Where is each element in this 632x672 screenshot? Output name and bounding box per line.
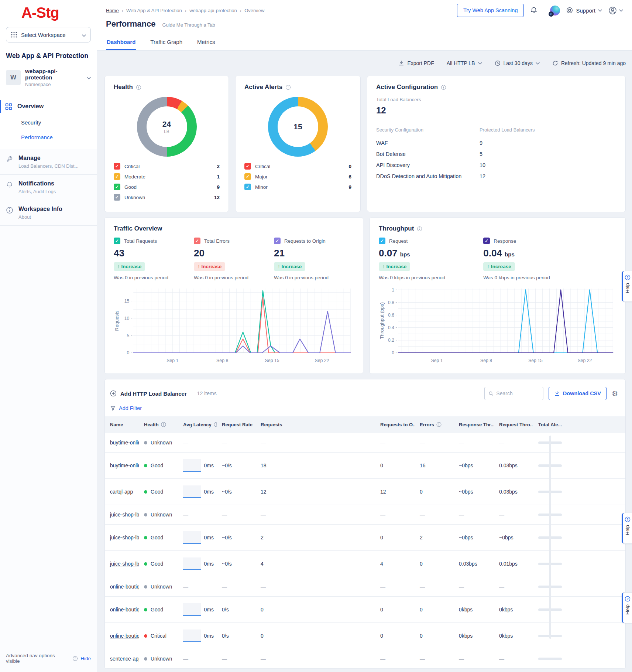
- help-tab[interactable]: ? Help: [622, 271, 632, 302]
- avg-latency-cell: 0ms: [178, 525, 217, 551]
- breadcrumb-item[interactable]: Home: [106, 8, 119, 13]
- legend-checkbox[interactable]: ✓: [114, 194, 120, 201]
- info-icon[interactable]: [417, 226, 422, 232]
- latency-sparkline[interactable]: [183, 557, 201, 570]
- column-header-request-rate[interactable]: Request Rate: [217, 416, 255, 433]
- main-area: Home›Web App & API Protection›webapp-api…: [97, 0, 632, 672]
- info-icon[interactable]: [285, 85, 291, 90]
- sidebar-item-security[interactable]: Security: [0, 115, 97, 130]
- legend-checkbox[interactable]: ✓: [114, 184, 120, 190]
- trend-badge: ↑ Increase: [379, 262, 410, 271]
- info-icon[interactable]: [161, 422, 166, 427]
- lb-filter-dropdown[interactable]: All HTTP LB: [447, 60, 482, 66]
- legend-checkbox[interactable]: ✓: [244, 163, 251, 170]
- info-icon[interactable]: [214, 422, 217, 427]
- lb-name-link[interactable]: buytime-onlin...: [110, 440, 139, 446]
- latency-sparkline[interactable]: [183, 603, 201, 616]
- lb-name-link[interactable]: online-boutiqu...: [110, 633, 139, 639]
- column-header-requests-to-o-[interactable]: Requests to O...: [375, 416, 415, 433]
- lb-name-link[interactable]: juice-shop-lb-1: [110, 512, 139, 518]
- time-range-dropdown[interactable]: Last 30 days: [495, 60, 540, 66]
- column-header-requests[interactable]: Requests: [255, 416, 375, 433]
- stat-checkbox[interactable]: ✓: [194, 238, 200, 244]
- chevron-down-icon: [87, 74, 91, 81]
- column-header-total-ale-[interactable]: Total Ale...: [533, 416, 626, 433]
- stat-checkbox[interactable]: ✓: [114, 238, 120, 244]
- export-pdf-button[interactable]: Export PDF: [398, 60, 434, 66]
- requests-cell: 0: [255, 597, 375, 623]
- section-sublabel: Load Balancers, CDN Dist...: [18, 163, 79, 169]
- trend-badge: ↑ Increase: [483, 262, 515, 271]
- total-alerts-cell: [533, 551, 626, 577]
- column-header-name[interactable]: Name: [105, 416, 139, 433]
- sidebar-item-notifications[interactable]: Notifications Alerts, Audit Logs: [0, 175, 97, 200]
- active-configuration-card: Active Configuration Total Load Balancer…: [367, 76, 626, 212]
- hide-nav-link[interactable]: Hide: [80, 656, 91, 661]
- stat-checkbox[interactable]: ✓: [483, 238, 490, 244]
- tab-metrics[interactable]: Metrics: [196, 33, 216, 50]
- bell-icon[interactable]: [530, 6, 538, 14]
- legend-checkbox[interactable]: ✓: [114, 163, 120, 170]
- lb-name-link[interactable]: juice-shop-lb-2: [110, 535, 139, 540]
- legend-checkbox[interactable]: ✓: [244, 184, 251, 190]
- health-cell: Unknown: [139, 433, 178, 453]
- column-header-request-thro-[interactable]: Request Thro...: [494, 416, 533, 433]
- search-input[interactable]: [496, 390, 539, 396]
- tab-dashboard[interactable]: Dashboard: [106, 33, 136, 50]
- table-scrollbar[interactable]: [549, 436, 551, 639]
- breadcrumb-item[interactable]: Web App & API Protection: [126, 8, 182, 13]
- column-header-health[interactable]: Health: [139, 416, 178, 433]
- avatar[interactable]: 8: [550, 6, 560, 16]
- add-filter-button[interactable]: Add Filter: [105, 400, 625, 416]
- lb-name-link[interactable]: buytime-onlin...: [110, 463, 139, 468]
- download-csv-button[interactable]: Download CSV: [549, 387, 607, 400]
- sidebar-item-overview[interactable]: Overview: [0, 98, 97, 115]
- health-cell: Unknown: [139, 577, 178, 597]
- legend-checkbox[interactable]: ✓: [244, 173, 251, 180]
- lb-name-link[interactable]: online-boutiqu...: [110, 607, 139, 613]
- latency-sparkline[interactable]: [183, 459, 201, 472]
- latency-sparkline[interactable]: [183, 531, 201, 544]
- gear-icon[interactable]: ⚙: [612, 390, 618, 397]
- svg-text:0: 0: [392, 350, 394, 355]
- lb-name-link[interactable]: online-boutiqu...: [110, 584, 139, 590]
- svg-text:Sep 1: Sep 1: [431, 358, 443, 363]
- sidebar-item-performance[interactable]: Performance: [0, 130, 97, 144]
- column-header-response-thr-[interactable]: Response Thr...: [454, 416, 494, 433]
- add-http-lb-button[interactable]: Add HTTP Load Balancer: [110, 390, 187, 397]
- lb-name-link[interactable]: juice-shop-lb-3: [110, 561, 139, 567]
- support-icon: [566, 7, 573, 14]
- sidebar-item-workspace-info[interactable]: Workspace Info About: [0, 200, 97, 226]
- lb-name-link[interactable]: sentence-app...: [110, 656, 139, 662]
- guide-me-link[interactable]: Guide Me Through a Tab: [162, 22, 215, 28]
- help-tab[interactable]: ? Help: [622, 592, 632, 623]
- latency-sparkline[interactable]: [183, 630, 201, 642]
- account-menu[interactable]: [608, 6, 623, 15]
- workspace-selector[interactable]: Select Workspace: [6, 27, 91, 42]
- response-throughput-cell: 0kbps: [454, 623, 494, 649]
- namespace-selector[interactable]: W webapp-api-protection Namespace: [0, 65, 97, 94]
- support-menu[interactable]: Support: [566, 7, 602, 14]
- lb-name-link[interactable]: cartql-app: [110, 489, 133, 495]
- items-count: 12 items: [197, 390, 217, 396]
- series-requests-to-origin: [133, 311, 350, 353]
- response-throughput-cell: 0kbps: [454, 597, 494, 623]
- tab-traffic-graph[interactable]: Traffic Graph: [150, 33, 183, 50]
- breadcrumb-item[interactable]: webapp-api-protection: [189, 8, 237, 13]
- info-icon[interactable]: [441, 85, 446, 90]
- active-alerts-card: Active Alerts 15 ✓Critical0✓Major6✓Minor…: [235, 76, 361, 212]
- info-icon[interactable]: [136, 85, 141, 90]
- info-icon[interactable]: [436, 422, 442, 427]
- try-web-app-scanning-button[interactable]: Try Web App Scanning: [457, 4, 524, 17]
- config-name: DDoS Detection and Auto Mitigation: [376, 173, 480, 179]
- stat-checkbox[interactable]: ✓: [274, 238, 281, 244]
- sidebar-item-manage[interactable]: Manage Load Balancers, CDN Dist...: [0, 149, 97, 175]
- help-tab[interactable]: ? Help: [622, 513, 632, 544]
- column-header-errors[interactable]: Errors: [415, 416, 454, 433]
- legend-checkbox[interactable]: ✓: [114, 173, 120, 180]
- refresh-button[interactable]: Refresh: Updated 9 min ago: [552, 60, 626, 66]
- stat-checkbox[interactable]: ✓: [379, 238, 385, 244]
- column-header-avg-latency[interactable]: Avg Latency: [178, 416, 217, 433]
- latency-sparkline[interactable]: [183, 485, 201, 498]
- brand-logo[interactable]: A-Stg: [21, 4, 97, 21]
